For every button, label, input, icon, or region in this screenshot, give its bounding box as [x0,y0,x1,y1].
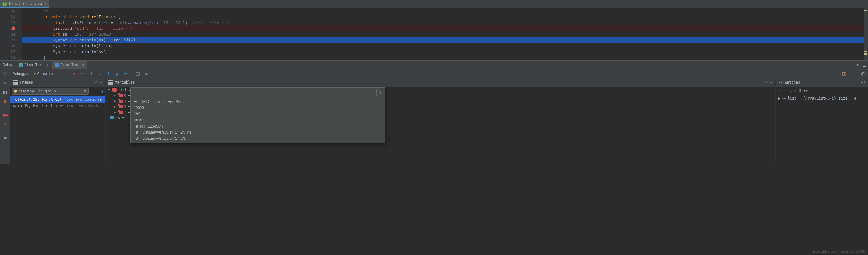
watches-list[interactable]: ▶ 👓 list = {ArrayList@545} size = 4 [776,95,868,164]
debug-config-icon [55,63,59,67]
thread-dump-button[interactable]: ▤ [2,134,9,141]
scroll-marker [864,51,867,52]
expand-icon[interactable]: ▼ [108,89,111,92]
primitive-icon: 01 [110,116,114,119]
restore-icon[interactable]: →* [861,80,866,85]
line-number: 27 [0,49,16,55]
editor-tabs: C FinalTest.java × [0,0,868,8]
line-number: 24 [0,31,16,37]
eval-history-item[interactable]: list.add("123456") [131,123,385,129]
code-editor[interactable]: 20 21⊖ 22 23 24 25 26 27 28⊖ */ private … [0,8,868,60]
chevron-down-icon: ▼ [84,89,86,93]
filter-button[interactable]: ▼ [99,89,105,94]
debugger-tab[interactable]: Debugger [10,72,31,76]
rerun-button[interactable] [1,70,9,78]
pin-button[interactable] [859,70,867,78]
java-class-icon: C [2,2,7,6]
debug-session-tab[interactable]: FinalTest × [16,61,51,68]
code-text[interactable]: */ private static void refFinal() { fina… [22,8,868,60]
trace-icon [144,72,149,76]
line-number: 20 [0,8,16,14]
breakpoint-icon[interactable] [12,26,16,30]
close-icon[interactable]: × [45,62,48,67]
expand-icon[interactable]: ▶ [114,94,117,97]
move-up-button[interactable]: ▲ [790,89,793,93]
object-icon [119,94,123,97]
expand-icon[interactable]: ▶ [778,96,780,100]
evaluate-input[interactable] [132,89,376,96]
show-watches-button[interactable]: 👓 [803,89,808,93]
inline-hint: list: size = 4 [96,26,132,31]
trace-button[interactable] [142,70,150,78]
thread-dropdown[interactable]: ⬢ "main"@1 in group... ▼ [12,88,89,95]
stop-button[interactable]: ■ [2,98,9,105]
debug-left-controls: ▶ ❚❚ ■ ●● ⊘ ▤ [0,78,10,164]
prev-frame-button[interactable]: ↑ [90,89,95,94]
eval-history-item[interactable]: "3332" [131,117,385,123]
scroll-marker [864,54,867,55]
frames-header: Frames →* － [10,78,105,87]
watch-toolbar: ＋ － ▲ ▼ ⧉ 👓 [776,87,868,95]
eval-history-item[interactable]: list = Lists.newArrayList("1","2","3") [131,129,385,135]
debug-session-tab[interactable]: FinalTest × [52,61,86,68]
output-tab[interactable]: →* [56,72,66,76]
minimize-icon[interactable]: ▁ [863,62,866,67]
watches-icon: 👓 [778,80,783,85]
hide-icon[interactable]: － [769,80,773,85]
show-exec-point-button[interactable] [70,70,78,78]
eval-history-item[interactable]: HttpURLConnection.ErrorStream [131,99,385,105]
resume-button[interactable]: ▶ [2,79,9,87]
fold-end-icon[interactable]: ⊖ [13,55,15,61]
frames-panel: Frames →* － ⬢ "main"@1 in group... ▼ ↑ ↓… [10,78,106,164]
eval-history-item[interactable]: 10023 [131,105,385,111]
hide-icon[interactable]: － [99,80,103,85]
drop-frame-button[interactable] [113,70,121,78]
settings-button[interactable] [849,70,858,78]
move-down-button[interactable]: ▼ [794,89,797,93]
watch-item[interactable]: ▶ 👓 list = {ArrayList@545} size = 4 [776,95,868,101]
expand-icon[interactable]: ▶ [114,100,117,103]
force-step-into-icon [98,72,102,76]
step-out-button[interactable] [104,70,113,78]
thread-icon: ⬢ [14,89,17,93]
eval-history-list[interactable]: HttpURLConnection.ErrorStream 10023 "2e"… [131,97,385,143]
history-dropdown-button[interactable]: ▼ [376,89,384,96]
force-step-into-button[interactable] [96,70,104,78]
object-icon [119,100,123,103]
evaluate-button[interactable] [134,70,142,78]
expand-icon[interactable]: ▶ [114,105,117,108]
eval-history-item[interactable]: "2e" [131,111,385,117]
pause-button[interactable]: ❚❚ [2,89,9,96]
editor-tab-finaltest[interactable]: C FinalTest.java × [0,0,49,8]
console-tab[interactable]: ⚡ Console [32,72,55,76]
svg-point-10 [853,73,854,74]
object-icon [119,110,123,114]
separator [68,71,68,77]
gutter[interactable]: 20 21⊖ 22 23 24 25 26 27 28⊖ [0,8,22,60]
expand-icon[interactable]: ▶ [114,110,117,114]
mute-breakpoints-button[interactable]: ⊘ [2,121,9,128]
watermark: https://blog.csdn.net/qq_27093465 [813,250,865,253]
glasses-icon: 👓 [782,96,786,100]
eval-history-item[interactable]: list = Lists.newArrayList("1","2"); [131,135,385,141]
restore-icon[interactable]: →* [764,80,768,85]
add-watch-button[interactable]: ＋ [778,88,782,93]
frames-list[interactable]: refFinal:25, FinalTest (com.lxk.commonTe… [10,96,105,164]
frame-item[interactable]: refFinal:25, FinalTest (com.lxk.commonTe [10,96,105,103]
step-into-button[interactable] [87,70,95,78]
close-icon[interactable]: × [44,1,47,6]
close-icon[interactable]: × [82,62,84,67]
remove-watch-button[interactable]: － [784,88,788,93]
layout-button[interactable] [840,70,848,78]
restore-icon[interactable]: →* [94,80,98,85]
editor-scrollbar[interactable] [864,8,868,60]
run-to-cursor-button[interactable] [122,70,130,78]
step-into-icon [89,72,93,76]
tab-filename: FinalTest.java [9,1,42,6]
gear-icon[interactable]: ✱ [856,62,859,67]
copy-button[interactable]: ⧉ [799,88,801,93]
frame-item[interactable]: main:15, FinalTest (com.lxk.commonTest) [10,103,105,109]
breakpoints-button[interactable]: ●● [2,111,9,119]
next-frame-button[interactable]: ↓ [94,89,99,94]
step-over-button[interactable] [79,70,87,78]
